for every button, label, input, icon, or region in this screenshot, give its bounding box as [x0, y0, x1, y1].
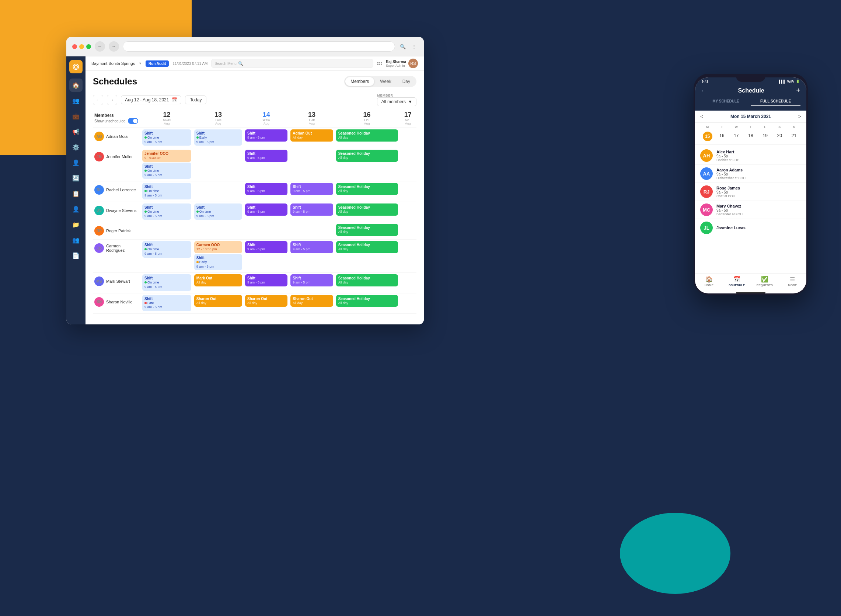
person-role: Dishwasher at BOH [716, 176, 746, 180]
phone-date-16[interactable]: 16 [715, 132, 729, 141]
phone-prev-month[interactable]: < [700, 113, 703, 119]
sidebar-item-settings[interactable]: ⚙️ [69, 141, 82, 154]
next-week-button[interactable]: → [107, 95, 117, 105]
shift-cell-thu[interactable]: Sharon Out All day [289, 293, 334, 313]
shift-cell-mon[interactable]: Shift On time 9 am - 5 pm [141, 202, 193, 222]
day-num-mon: 12 [142, 111, 191, 118]
list-item[interactable]: RJ Rose James 9a - 5p Chef at BOH [695, 183, 806, 201]
phone-calendar-nav: < Mon 15 March 2021 > [695, 111, 806, 123]
back-button[interactable]: ← [95, 41, 105, 51]
nav-schedule[interactable]: 📅 SCHEDULE [723, 276, 751, 287]
list-item[interactable]: JL Jasmine Lucas [695, 219, 806, 237]
phone-dates: 15 16 17 18 19 20 21 [695, 131, 806, 145]
list-item[interactable]: MC Mary Chavez 9a - 5p Bartender at FOH [695, 201, 806, 219]
sidebar-item-team[interactable]: 👥 [69, 94, 82, 107]
phone-date-20[interactable]: 20 [772, 132, 787, 141]
sidebar-item-sync[interactable]: 🔄 [69, 172, 82, 185]
shift-cell-mon[interactable]: Shift On time 9 am - 5 pm [141, 240, 193, 273]
tab-members[interactable]: Members [345, 77, 374, 86]
user-name: Raj Sharma [386, 60, 406, 64]
shift-cell-fri[interactable]: Seasoned Holiday All day [335, 181, 400, 202]
phone-next-month[interactable]: > [798, 113, 801, 119]
sidebar-item-home[interactable]: 🏠 [69, 79, 82, 92]
minimize-dot[interactable] [79, 44, 84, 49]
sidebar-item-docs[interactable]: 📄 [69, 249, 82, 262]
nav-more[interactable]: ☰ MORE [779, 276, 807, 287]
sidebar-item-announce[interactable]: 📢 [69, 125, 82, 138]
shift-cell-wed[interactable]: Shift 9 am - 5 pm [243, 240, 289, 273]
shift-cell-thu[interactable]: Shift 9 am - 5 pm [289, 240, 334, 273]
shift-cell-fri[interactable]: Seasoned Holiday All day [335, 222, 400, 240]
list-item[interactable]: AH Alex Hart 9a - 5p Cashier at FOH [695, 147, 806, 165]
nav-requests[interactable]: ✅ REQUESTS [751, 276, 779, 287]
phone-back-icon[interactable]: ← [701, 88, 706, 94]
prev-week-button[interactable]: ← [93, 95, 103, 105]
sidebar-item-files[interactable]: 📁 [69, 218, 82, 231]
shift-cell-wed[interactable]: Shift 9 am - 5 pm [243, 128, 289, 148]
date-range-picker[interactable]: Aug 12 - Aug 18, 2021 📅 [121, 95, 181, 104]
person-role: Bartender at FOH [716, 212, 743, 216]
phone-date-21[interactable]: 21 [787, 132, 801, 141]
shift-cell-fri[interactable]: Seasoned Holiday All day [335, 273, 400, 293]
list-item[interactable]: AA Aaron Adams 9a - 5p Dishwasher at BOH [695, 165, 806, 183]
tab-my-schedule[interactable]: MY SCHEDULE [701, 99, 751, 106]
member-name: Dwayne Stevens [106, 208, 137, 213]
sidebar-item-profile[interactable]: 👤 [69, 156, 82, 169]
tab-week[interactable]: Week [375, 77, 396, 86]
shift-cell-wed[interactable]: Shift 9 am - 5 pm [243, 202, 289, 222]
shift-cell-thu[interactable]: Shift 9 am - 5 pm [289, 181, 334, 202]
today-button[interactable]: Today [185, 95, 207, 104]
maximize-dot[interactable] [86, 44, 91, 49]
avatar: CR [94, 243, 104, 253]
tab-day[interactable]: Day [397, 77, 415, 86]
shift-cell-fri[interactable]: Seasoned Holiday All day [335, 148, 400, 181]
shift-cell-tue[interactable]: Carmen OOO 12 - 13:00 pm Shift Early 9 a… [193, 240, 243, 273]
nav-home[interactable]: 🏠 HOME [695, 276, 723, 287]
person-name: Jasmine Lucas [716, 226, 746, 230]
shift-cell-mon[interactable]: Shift On time 9 am - 5 pm [141, 181, 193, 202]
shift-cell-mon[interactable]: Shift On time 9 am - 5 pm [141, 128, 193, 148]
shift-cell-tue[interactable]: Sharon Out All day [193, 293, 243, 313]
shift-cell-tue[interactable]: Shift On time 9 am - 5 pm [193, 202, 243, 222]
menu-icon[interactable]: ⋮ [410, 43, 418, 50]
person-time: 9a - 5p [716, 190, 740, 194]
phone-date-15[interactable]: 15 [700, 132, 715, 141]
unscheduled-toggle[interactable] [128, 118, 138, 124]
sidebar-item-groups[interactable]: 👥 [69, 233, 82, 246]
shift-cell-wed[interactable]: Shift 9 am - 5 pm [243, 273, 289, 293]
close-dot[interactable] [72, 44, 77, 49]
avatar: RJ [700, 185, 713, 198]
person-info: Mary Chavez 9a - 5p Bartender at FOH [716, 204, 743, 216]
shift-cell-thu[interactable]: Shift 9 am - 5 pm [289, 202, 334, 222]
phone-add-button[interactable]: + [796, 86, 800, 95]
shift-cell-thu[interactable]: Shift 9 am - 5 pm [289, 273, 334, 293]
shift-cell-fri[interactable]: Seasoned Holiday All day [335, 240, 400, 273]
shift-cell-wed[interactable]: Shift 9 am - 5 pm [243, 181, 289, 202]
tab-full-schedule[interactable]: FULL SCHEDULE [751, 99, 800, 106]
run-audit-button[interactable]: Run Audit [145, 60, 169, 67]
search-icon[interactable]: 🔍 [399, 43, 407, 50]
shift-cell-mon[interactable]: Jennifer OOO 9 - 9:30 am Shift On time 9… [141, 148, 193, 181]
member-select[interactable]: All members ▼ [377, 97, 416, 106]
phone-notch [736, 74, 765, 82]
sidebar-item-users[interactable]: 👤 [69, 202, 82, 216]
shift-cell-tue[interactable]: Mark Out All day [193, 273, 243, 293]
sidebar-item-reports[interactable]: 📋 [69, 187, 82, 200]
shift-cell-mon[interactable]: Shift Late 9 am - 5 pm [141, 293, 193, 313]
search-bar[interactable]: Search Menu 🔍 [211, 59, 373, 68]
shift-cell-fri[interactable]: Seasoned Holiday All day [335, 293, 400, 313]
phone-date-19[interactable]: 19 [758, 132, 772, 141]
shift-cell-wed[interactable]: Shift 9 am - 5 pm [243, 148, 289, 181]
shift-cell-thu[interactable]: Adrian Out All day [289, 128, 334, 148]
phone-date-17[interactable]: 17 [729, 132, 743, 141]
url-bar[interactable] [123, 41, 395, 51]
shift-cell-tue[interactable]: Shift Early 9 am - 5 pm [193, 128, 243, 148]
phone-date-18[interactable]: 18 [743, 132, 758, 141]
shift-cell-fri[interactable]: Seasoned Holiday All day [335, 128, 400, 148]
shift-cell-wed[interactable]: Sharon Out All day [243, 293, 289, 313]
forward-button[interactable]: → [109, 41, 119, 51]
shift-cell-mon[interactable]: Shift On time 9 am - 5 pm [141, 273, 193, 293]
phone-time: 9:41 [702, 80, 708, 83]
sidebar-item-jobs[interactable]: 💼 [69, 110, 82, 123]
shift-cell-fri[interactable]: Seasoned Holiday All day [335, 202, 400, 222]
